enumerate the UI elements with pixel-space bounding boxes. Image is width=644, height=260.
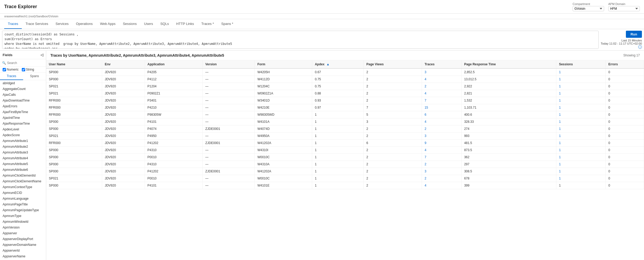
sidebar-tab-spans[interactable]: Spans <box>23 73 46 80</box>
tab-users[interactable]: Users <box>140 19 157 29</box>
field-item[interactable]: ApmrumPageTitle <box>0 201 46 207</box>
col-version[interactable]: Version <box>203 60 255 68</box>
string-checkbox[interactable] <box>22 68 25 71</box>
cell-traces[interactable]: 2 <box>422 125 462 132</box>
cell-sessions[interactable]: 1 <box>556 111 606 118</box>
cell-sessions[interactable]: 1 <box>556 168 606 175</box>
tab-traces-star[interactable]: Traces * <box>198 19 218 29</box>
cell-traces[interactable]: 4 <box>422 118 462 125</box>
field-item[interactable]: ApmrumWindowId <box>0 219 46 225</box>
cell-sessions[interactable]: 1 <box>556 140 606 147</box>
field-item[interactable]: AppserverDomainName <box>0 242 46 248</box>
field-item[interactable]: ApmrumType <box>0 213 46 219</box>
cell-sessions[interactable]: 1 <box>556 68 606 76</box>
tab-traces[interactable]: Traces <box>4 19 22 29</box>
field-item[interactable]: AjaxFirstByteTime <box>0 109 46 115</box>
col-traces[interactable]: Traces <box>422 60 462 68</box>
field-item[interactable]: ApmrumClickElementName <box>0 178 46 184</box>
col-page-views[interactable]: Page Views <box>364 60 422 68</box>
field-item[interactable]: ApmVersion <box>0 225 46 230</box>
col-env[interactable]: Env <box>102 60 145 68</box>
field-item[interactable]: ApmrumContextType <box>0 184 46 190</box>
tab-trace-services[interactable]: Trace Services <box>22 19 52 29</box>
cell-sessions[interactable]: 1 <box>556 104 606 111</box>
cell-traces[interactable]: 7 <box>422 154 462 161</box>
cell-traces[interactable]: 3 <box>422 132 462 140</box>
field-item[interactable]: ApmrumAttribute2 <box>0 144 46 150</box>
cell-sessions[interactable]: 1 <box>556 76 606 83</box>
cell-sessions[interactable]: 1 <box>556 147 606 154</box>
field-item[interactable]: ApmrumPageUpdateType <box>0 207 46 213</box>
run-button[interactable]: Run <box>626 31 642 38</box>
cell-traces[interactable]: 3 <box>422 168 462 175</box>
col-application[interactable]: Application <box>145 60 202 68</box>
field-item[interactable]: ApdexScore <box>0 132 46 138</box>
field-item[interactable]: AjaxDownloadTime <box>0 98 46 103</box>
field-item[interactable]: AppserverName <box>0 253 46 259</box>
cell-sessions[interactable]: 1 <box>556 118 606 125</box>
table-wrap[interactable]: User Name Env Application Version Form A… <box>46 60 644 260</box>
field-item[interactable]: ApmrumAttribute3 <box>0 150 46 155</box>
cell-sessions[interactable]: 1 <box>556 83 606 90</box>
field-item[interactable]: ApmrumAttribute4 <box>0 155 46 161</box>
col-page-response-time[interactable]: Page Response Time <box>461 60 556 68</box>
field-item[interactable]: AjaxErrors <box>0 103 46 109</box>
tab-spans-star[interactable]: Spans * <box>218 19 237 29</box>
field-item[interactable]: AppserverDisplayPort <box>0 236 46 242</box>
field-item[interactable]: ApmrumECID <box>0 190 46 196</box>
field-item[interactable]: AjaxCalls <box>0 92 46 98</box>
field-item[interactable]: AjaxInitTime <box>0 115 46 121</box>
cell-sessions[interactable]: 1 <box>556 175 606 182</box>
field-item[interactable]: ApmrumLanguage <box>0 196 46 201</box>
cell-traces[interactable]: 2 <box>422 161 462 168</box>
search-input[interactable] <box>7 61 46 65</box>
cell-traces[interactable]: 4 <box>422 182 462 189</box>
query-input[interactable]: count_distinct(sessionId) as Sessions , … <box>2 31 599 49</box>
cell-traces[interactable]: 15 <box>422 104 462 111</box>
tab-operations[interactable]: Operations <box>72 19 96 29</box>
cell-sessions[interactable]: 1 <box>556 125 606 132</box>
numeric-checkbox-label[interactable]: Numeric <box>3 68 19 71</box>
field-item[interactable]: AppserverId <box>0 248 46 253</box>
field-item[interactable]: ApmrumClickElementId <box>0 173 46 178</box>
cell-traces[interactable]: 3 <box>422 68 462 76</box>
cell-traces[interactable]: 4 <box>422 147 462 154</box>
tab-services[interactable]: Services <box>52 19 72 29</box>
cell-sessions[interactable]: 1 <box>556 132 606 140</box>
tab-sqls[interactable]: SQLs <box>157 19 173 29</box>
field-item[interactable]: ApmrumAttribute1 <box>0 138 46 144</box>
cell-traces[interactable]: 4 <box>422 76 462 83</box>
tab-sessions[interactable]: Sessions <box>119 19 140 29</box>
cell-sessions[interactable]: 1 <box>556 90 606 97</box>
cell-traces[interactable]: 7 <box>422 97 462 104</box>
col-user-name[interactable]: User Name <box>46 60 102 68</box>
field-item[interactable]: Appserver <box>0 230 46 236</box>
field-item[interactable]: ApmrumAttribute6 <box>0 167 46 173</box>
col-apdex[interactable]: Apdex ▲ <box>312 60 364 68</box>
cell-traces[interactable]: 9 <box>422 140 462 147</box>
field-item[interactable]: AjaxResponseTime <box>0 121 46 126</box>
cell-sessions[interactable]: 1 <box>556 97 606 104</box>
col-sessions[interactable]: Sessions <box>556 60 606 68</box>
cell-traces[interactable]: 2 <box>422 83 462 90</box>
col-form[interactable]: Form <box>255 60 312 68</box>
tab-http-links[interactable]: HTTP Links <box>172 19 198 29</box>
apm-domain-select[interactable]: HFM <box>608 6 640 11</box>
cell-traces[interactable]: 2 <box>422 175 462 182</box>
cell-traces[interactable]: 6 <box>422 111 462 118</box>
cell-traces[interactable]: 4 <box>422 90 462 97</box>
tab-web-apps[interactable]: Web Apps <box>96 19 119 29</box>
cell-sessions[interactable]: 1 <box>556 154 606 161</box>
field-item[interactable]: ApdexLevel <box>0 126 46 132</box>
sidebar-tab-traces[interactable]: Traces <box>0 73 23 80</box>
field-item[interactable]: AggregateCount <box>0 86 46 92</box>
compartment-select[interactable]: GVoisin <box>573 6 604 11</box>
string-checkbox-label[interactable]: String <box>22 68 34 71</box>
sidebar-collapse-button[interactable]: ◁ <box>40 53 43 57</box>
field-item[interactable]: abridged <box>0 80 46 86</box>
numeric-checkbox[interactable] <box>3 68 6 71</box>
time-info-icon[interactable]: i <box>638 45 642 49</box>
field-item[interactable]: ApmrumAttribute5 <box>0 161 46 167</box>
cell-sessions[interactable]: 1 <box>556 161 606 168</box>
col-errors[interactable]: Errors <box>606 60 644 68</box>
